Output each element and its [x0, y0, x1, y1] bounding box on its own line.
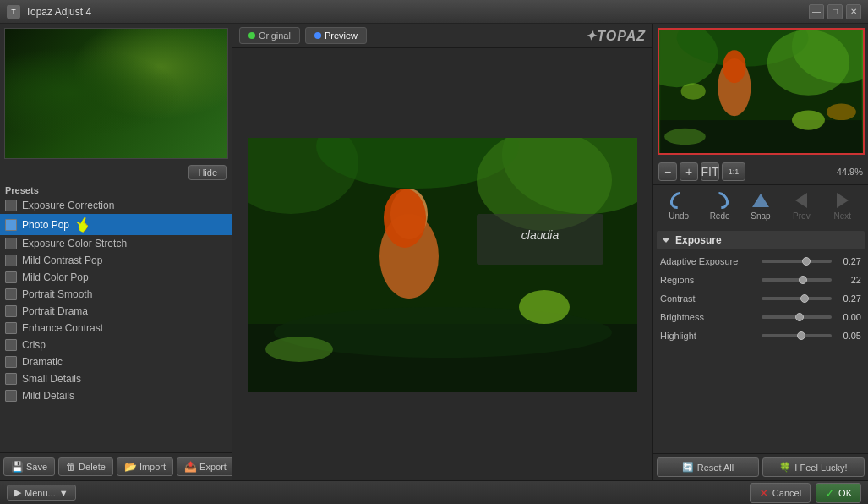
adj-row-brightness: Brightness0.00: [657, 309, 865, 326]
adj-slider-brightness[interactable]: [762, 311, 832, 323]
app-title: Topaz Adjust 4: [25, 6, 809, 18]
slider-track: [762, 334, 832, 337]
export-icon: 📤: [184, 461, 197, 473]
zoom-oneone-button[interactable]: 1:1: [722, 162, 745, 181]
preset-file-icon: [5, 356, 17, 368]
preset-file-icon: [5, 322, 17, 334]
preset-item-photo-pop[interactable]: Photo Pop👆: [0, 214, 232, 235]
slider-track: [762, 260, 832, 263]
preset-label: Photo Pop: [22, 219, 69, 231]
preview-dot: [314, 32, 321, 39]
adj-label-contrast: Contrast: [660, 293, 762, 304]
reset-icon: 🔄: [682, 462, 694, 473]
adj-slider-regions[interactable]: [762, 274, 832, 286]
preset-item-enhance-contrast[interactable]: Enhance Contrast: [0, 320, 232, 337]
selection-cursor-icon: 👆: [72, 213, 95, 235]
close-button[interactable]: ✕: [846, 4, 861, 19]
zoom-value: 44.9%: [837, 167, 863, 177]
preset-label: Mild Color Pop: [22, 271, 89, 283]
preset-file-icon: [5, 255, 17, 266]
center-panel: Original Preview ✦TOPAZ: [232, 24, 652, 480]
zoom-fit-button[interactable]: FIT: [701, 162, 719, 181]
adj-slider-contrast[interactable]: [762, 293, 832, 304]
preset-item-mild-color-pop[interactable]: Mild Color Pop: [0, 269, 232, 286]
import-preset-button[interactable]: 📂 Import: [117, 457, 173, 476]
title-bar: T Topaz Adjust 4 — □ ✕: [0, 0, 868, 24]
preset-item-portrait-smooth[interactable]: Portrait Smooth: [0, 286, 232, 303]
redo-button[interactable]: Redo: [701, 189, 739, 223]
preset-item-small-details[interactable]: Small Details: [0, 370, 232, 387]
preset-file-icon: [5, 219, 17, 231]
svg-point-22: [792, 110, 825, 129]
preset-item-dramatic[interactable]: Dramatic: [0, 353, 232, 370]
preset-label: Small Details: [22, 373, 81, 385]
adj-slider-highlight[interactable]: [762, 330, 832, 342]
adj-slider-adaptive-exposure[interactable]: [762, 255, 832, 267]
status-bar: ▶ Menu... ▼ ✕ Cancel ✓ OK: [0, 480, 868, 504]
maximize-button[interactable]: □: [827, 4, 843, 19]
adj-row-contrast: Contrast0.27: [657, 290, 865, 307]
exposure-section-header[interactable]: Exposure: [657, 231, 865, 249]
preset-buttons: 💾 Save 🗑 Delete 📂 Import 📤 Export: [0, 452, 232, 480]
delete-preset-button[interactable]: 🗑 Delete: [58, 457, 113, 476]
preset-label: Crisp: [22, 339, 46, 351]
preset-item-exposure-color-stretch[interactable]: Exposure Color Stretch: [0, 235, 232, 252]
adj-label-regions: Regions: [660, 275, 762, 285]
menu-button[interactable]: ▶ Menu... ▼: [7, 485, 76, 501]
svg-point-20: [723, 50, 745, 83]
left-panel: Hide Presets Exposure CorrectionPhoto Po…: [0, 24, 232, 480]
delete-icon: 🗑: [66, 461, 76, 473]
slider-thumb[interactable]: [795, 313, 804, 321]
adj-value-regions: 22: [832, 275, 861, 285]
preset-label: Enhance Contrast: [22, 322, 103, 334]
undo-button[interactable]: Undo: [660, 189, 697, 223]
tab-preview[interactable]: Preview: [305, 27, 367, 44]
presets-list-container: Exposure CorrectionPhoto Pop👆Exposure Co…: [0, 197, 232, 452]
slider-thumb[interactable]: [799, 276, 807, 284]
minimize-button[interactable]: —: [809, 4, 824, 19]
window-controls: — □ ✕: [809, 4, 861, 19]
slider-track: [762, 315, 832, 319]
slider-thumb[interactable]: [802, 257, 811, 266]
tab-original[interactable]: Original: [239, 27, 300, 44]
source-thumbnail: [4, 28, 228, 159]
prev-icon: [789, 191, 813, 210]
preset-item-portrait-drama[interactable]: Portrait Drama: [0, 303, 232, 320]
main-layout: Hide Presets Exposure CorrectionPhoto Po…: [0, 24, 868, 480]
preset-label: Portrait Drama: [22, 305, 88, 317]
zoom-in-button[interactable]: +: [680, 162, 698, 181]
app-icon: T: [7, 5, 20, 19]
next-button[interactable]: Next: [824, 189, 861, 223]
slider-track: [762, 278, 832, 282]
hide-button[interactable]: Hide: [188, 165, 227, 180]
preset-file-icon: [5, 339, 17, 351]
slider-thumb[interactable]: [797, 331, 805, 340]
preset-file-icon: [5, 200, 17, 211]
save-preset-button[interactable]: 💾 Save: [3, 457, 55, 476]
preset-file-icon: [5, 288, 17, 300]
preset-item-crisp[interactable]: Crisp: [0, 337, 232, 353]
preset-label: Dramatic: [22, 356, 63, 368]
zoom-out-button[interactable]: −: [658, 162, 677, 181]
cancel-button[interactable]: ✕ Cancel: [750, 483, 811, 503]
prev-button[interactable]: Prev: [783, 189, 820, 223]
image-canvas-area[interactable]: claudia: [232, 48, 652, 480]
export-preset-button[interactable]: 📤 Export: [177, 457, 234, 476]
i-feel-lucky-button[interactable]: 🍀 I Feel Lucky!: [762, 457, 865, 477]
adjustment-items: Adaptive Exposure0.27Regions22Contrast0.…: [657, 253, 865, 344]
adj-value-brightness: 0.00: [832, 312, 861, 322]
reset-all-button[interactable]: 🔄 Reset All: [657, 457, 759, 477]
preset-item-mild-details[interactable]: Mild Details: [0, 387, 232, 404]
preset-item-exposure-correction[interactable]: Exposure Correction: [0, 197, 232, 214]
slider-thumb[interactable]: [800, 294, 809, 303]
preview-thumbnail-bg: [659, 30, 863, 153]
right-panel: − + FIT 1:1 44.9% Undo Redo: [652, 24, 868, 480]
bottom-adj-buttons: 🔄 Reset All 🍀 I Feel Lucky!: [653, 453, 868, 480]
snap-button[interactable]: Snap: [742, 189, 779, 223]
preset-file-icon: [5, 305, 17, 317]
nav-buttons: Undo Redo Snap Prev: [653, 185, 868, 227]
adj-row-regions: Regions22: [657, 271, 865, 288]
preset-item-mild-contrast-pop[interactable]: Mild Contrast Pop: [0, 252, 232, 269]
ok-button[interactable]: ✓ OK: [816, 483, 861, 503]
lucky-icon: 🍀: [779, 462, 791, 473]
